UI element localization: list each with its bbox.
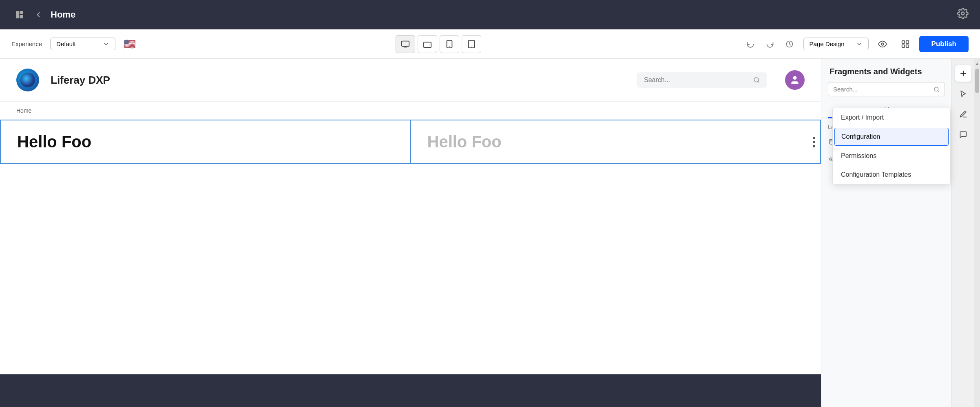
selection-strip-button[interactable]: [955, 86, 971, 102]
nav-right: [957, 8, 969, 22]
site-logo: [16, 69, 39, 91]
svg-point-9: [471, 47, 472, 47]
device-toolbar: [144, 35, 733, 53]
sidebar-search-bar[interactable]: [828, 82, 945, 96]
toolbar: Experience Default 🇺🇸: [0, 29, 980, 59]
hero-title-left: Hello Foo: [17, 133, 91, 151]
experience-label: Experience: [11, 40, 42, 47]
hero-right-column: Hello Foo: [411, 120, 821, 163]
breadcrumb: Home: [0, 102, 821, 120]
sidebar-title: Fragments and Widgets: [821, 59, 951, 76]
context-menu-configuration-templates[interactable]: Configuration Templates: [833, 165, 950, 184]
top-nav: Home: [0, 0, 980, 29]
undo-redo-group: [741, 35, 799, 53]
site-search-bar[interactable]: [637, 72, 767, 88]
tablet-portrait-button[interactable]: [440, 35, 459, 53]
svg-rect-1: [20, 11, 23, 14]
nav-left: Home: [11, 7, 75, 23]
experience-value: Default: [56, 40, 76, 47]
page-design-label: Page Design: [810, 40, 845, 47]
back-button[interactable]: [34, 11, 42, 19]
svg-point-16: [20, 73, 35, 87]
svg-rect-15: [906, 44, 908, 47]
svg-rect-0: [16, 11, 19, 18]
svg-rect-13: [906, 40, 908, 43]
desktop-view-button[interactable]: [396, 35, 415, 53]
svg-point-11: [881, 43, 884, 45]
mobile-view-button[interactable]: [462, 35, 481, 53]
hero-more-button[interactable]: [813, 137, 815, 147]
add-strip-button[interactable]: [955, 65, 971, 82]
history-button[interactable]: [781, 35, 799, 53]
context-menu: Export / Import Configuration Permission…: [832, 108, 951, 185]
hero-section: Hello Foo Hello Foo: [0, 120, 821, 164]
site-footer: [0, 374, 821, 407]
style-strip-button[interactable]: [955, 106, 971, 122]
language-flag[interactable]: 🇺🇸: [124, 38, 136, 50]
scroll-up-button[interactable]: ▲: [974, 60, 980, 66]
settings-icon[interactable]: [957, 8, 969, 22]
preview-button[interactable]: [874, 35, 892, 53]
main-area: Liferay DXP Home Hello Foo: [0, 59, 980, 407]
user-avatar[interactable]: [785, 70, 805, 90]
svg-point-7: [449, 46, 450, 47]
sidebar-search-input[interactable]: [833, 86, 930, 93]
undo-button[interactable]: [741, 35, 759, 53]
svg-rect-14: [902, 44, 904, 47]
grid-view-button[interactable]: [896, 35, 914, 53]
hero-title-right: Hello Foo: [427, 133, 502, 151]
site-header: Liferay DXP: [0, 59, 821, 102]
publish-button[interactable]: Publish: [919, 36, 969, 52]
scrollbar[interactable]: ▲: [974, 59, 980, 407]
context-menu-permissions[interactable]: Permissions: [833, 147, 950, 165]
svg-rect-3: [402, 41, 409, 46]
icon-strip: [951, 59, 974, 407]
site-search-input[interactable]: [644, 76, 749, 84]
svg-rect-8: [469, 40, 475, 47]
context-menu-configuration[interactable]: Configuration: [834, 128, 949, 146]
svg-point-5: [430, 44, 431, 45]
page-design-dropdown[interactable]: Page Design: [803, 38, 869, 50]
page-content: Liferay DXP Home Hello Foo: [0, 59, 821, 407]
svg-rect-2: [20, 15, 23, 18]
page-title: Home: [51, 9, 75, 20]
svg-point-18: [793, 76, 797, 80]
svg-rect-12: [902, 40, 904, 43]
comment-strip-button[interactable]: [955, 127, 971, 143]
site-name: Liferay DXP: [51, 74, 110, 87]
experience-dropdown[interactable]: Default: [50, 38, 115, 50]
hero-left-column: Hello Foo: [1, 120, 411, 163]
toolbar-right: Page Design Publish: [741, 35, 969, 53]
redo-button[interactable]: [761, 35, 779, 53]
context-menu-export-import[interactable]: Export / Import: [833, 108, 950, 127]
tablet-landscape-button[interactable]: [418, 35, 437, 53]
layout-toggle-button[interactable]: [11, 7, 28, 23]
scrollbar-thumb[interactable]: [975, 69, 979, 93]
